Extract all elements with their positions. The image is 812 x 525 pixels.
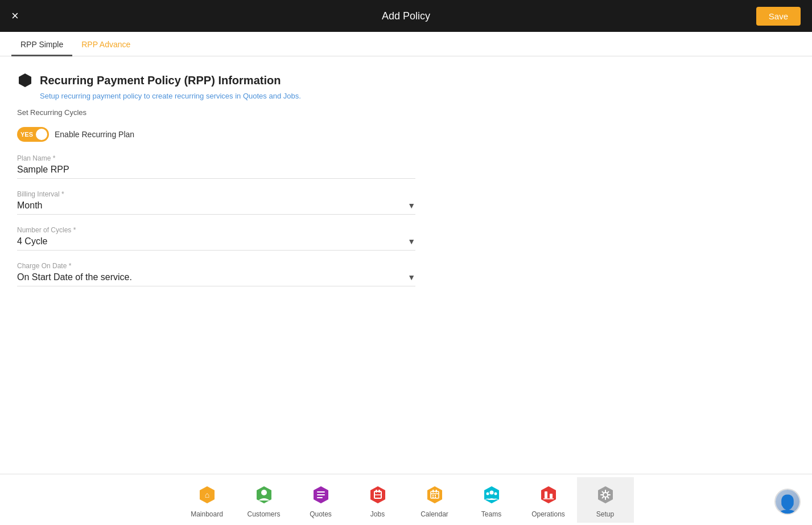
nav-item-operations[interactable]: Operations [520, 477, 577, 523]
nav-item-setup[interactable]: Setup [577, 477, 634, 523]
toggle-enable-label: Enable Recurring Plan [55, 130, 134, 139]
teams-label: Teams [481, 510, 501, 518]
calendar-icon [424, 485, 445, 505]
svg-point-4 [261, 490, 267, 495]
charge-on-date-dropdown[interactable]: On Start Date of the service. ▼ [17, 272, 415, 286]
svg-marker-23 [484, 486, 499, 503]
charge-on-date-label: Charge On Date * [17, 262, 415, 270]
svg-rect-12 [378, 490, 380, 493]
setup-icon-wrap [592, 482, 619, 508]
tab-rpp-advance[interactable]: RPP Advance [72, 32, 139, 56]
jobs-icon [368, 485, 388, 505]
calendar-label: Calendar [421, 510, 448, 518]
nav-item-teams[interactable]: Teams [463, 477, 520, 523]
quotes-icon-wrap [308, 482, 334, 508]
operations-icon [538, 485, 559, 505]
billing-interval-arrow-icon: ▼ [407, 201, 415, 210]
customers-icon [254, 485, 274, 505]
top-header: × Add Policy Save [0, 0, 812, 32]
tab-rpp-simple[interactable]: RPP Simple [11, 32, 72, 56]
svg-rect-22 [435, 497, 436, 498]
setup-label: Setup [596, 510, 614, 518]
mainboard-label: Mainboard [191, 510, 223, 518]
svg-rect-19 [432, 495, 434, 496]
jobs-label: Jobs [370, 510, 385, 518]
svg-point-25 [486, 492, 489, 495]
billing-interval-value: Month [17, 200, 42, 211]
number-of-cycles-arrow-icon: ▼ [407, 237, 415, 246]
operations-label: Operations [531, 510, 565, 518]
charge-on-date-arrow-icon: ▼ [407, 273, 415, 282]
tabs-bar: RPP Simple RPP Advance [0, 32, 812, 56]
calendar-icon-wrap [422, 482, 448, 508]
svg-rect-21 [432, 497, 434, 498]
quotes-icon [311, 485, 331, 505]
svg-rect-18 [435, 490, 437, 493]
svg-rect-29 [550, 494, 553, 498]
svg-rect-28 [545, 491, 547, 498]
operations-icon-wrap [535, 482, 562, 508]
billing-interval-field: Billing Interval * Month ▼ [17, 190, 415, 215]
customers-icon-wrap [251, 482, 277, 508]
number-of-cycles-value: 4 Cycle [17, 236, 47, 247]
billing-interval-dropdown[interactable]: Month ▼ [17, 200, 415, 215]
svg-rect-8 [317, 497, 323, 498]
number-of-cycles-dropdown[interactable]: 4 Cycle ▼ [17, 236, 415, 251]
svg-rect-17 [432, 490, 434, 493]
set-recurring-label: Set Recurring Cycles [17, 108, 795, 117]
svg-rect-7 [317, 494, 325, 495]
hex-icon [17, 72, 33, 88]
enable-recurring-toggle[interactable]: YES [17, 127, 49, 142]
avatar[interactable]: 👤 [774, 489, 801, 515]
plan-name-field: Plan Name * Sample RPP [17, 154, 415, 179]
billing-interval-label: Billing Interval * [17, 190, 415, 198]
page-title: Add Policy [382, 10, 430, 22]
svg-marker-0 [19, 73, 31, 87]
save-button[interactable]: Save [756, 7, 801, 26]
plan-name-value[interactable]: Sample RPP [17, 165, 415, 179]
svg-point-24 [489, 490, 493, 494]
svg-rect-6 [317, 491, 325, 493]
mainboard-icon-wrap: ⌂ [194, 482, 220, 508]
plan-name-label: Plan Name * [17, 154, 415, 162]
nav-item-mainboard[interactable]: ⌂ Mainboard [179, 477, 236, 523]
nav-item-jobs[interactable]: Jobs [349, 477, 406, 523]
bottom-nav: ⌂ Mainboard Customers Quotes [0, 474, 812, 525]
close-button[interactable]: × [11, 10, 19, 22]
svg-rect-20 [435, 495, 436, 496]
section-header: Recurring Payment Policy (RPP) Informati… [17, 72, 795, 88]
quotes-label: Quotes [310, 510, 332, 518]
section-subtitle: Setup recurring payment policy to create… [40, 92, 795, 100]
toggle-yes-label: YES [20, 131, 33, 138]
charge-on-date-field: Charge On Date * On Start Date of the se… [17, 262, 415, 286]
nav-item-quotes[interactable]: Quotes [292, 477, 349, 523]
svg-marker-27 [541, 486, 556, 503]
section-title: Recurring Payment Policy (RPP) Informati… [40, 74, 281, 87]
main-content: Recurring Payment Policy (RPP) Informati… [0, 56, 812, 470]
svg-point-26 [494, 492, 497, 495]
number-of-cycles-field: Number of Cycles * 4 Cycle ▼ [17, 226, 415, 251]
svg-marker-31 [598, 486, 613, 503]
toggle-row: YES Enable Recurring Plan [17, 127, 795, 142]
customers-label: Customers [247, 510, 280, 518]
avatar-placeholder: 👤 [776, 490, 799, 514]
nav-item-calendar[interactable]: Calendar [406, 477, 463, 523]
avatar-person-icon: 👤 [776, 495, 799, 514]
jobs-icon-wrap [365, 482, 391, 508]
nav-item-customers[interactable]: Customers [236, 477, 292, 523]
mainboard-icon: ⌂ [197, 485, 217, 505]
charge-on-date-value: On Start Date of the service. [17, 272, 132, 282]
teams-icon [481, 485, 502, 505]
toggle-thumb [36, 129, 47, 140]
setup-icon [595, 485, 616, 505]
number-of-cycles-label: Number of Cycles * [17, 226, 415, 234]
svg-text:⌂: ⌂ [204, 490, 209, 499]
teams-icon-wrap [479, 482, 505, 508]
svg-rect-11 [376, 490, 377, 493]
